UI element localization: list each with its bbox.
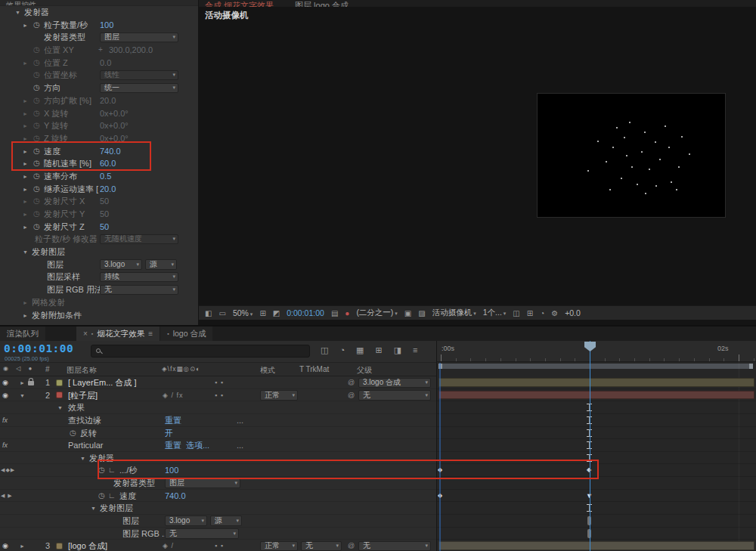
ec-row-emitter-group[interactable]: ▼发射器 (0, 6, 198, 19)
twirl-open-icon[interactable]: ▼ (91, 503, 96, 515)
stopwatch-icon[interactable]: ◷ (33, 107, 40, 120)
ec-row-direction-spread[interactable]: ►◷方向扩散 [%]20.0 (0, 94, 198, 107)
ec-row-velocity-random[interactable]: ►◷随机速率 [%]60.0 (0, 157, 198, 170)
stopwatch-icon[interactable]: ◷ (33, 157, 40, 170)
property-value[interactable]: 60.0 (100, 157, 116, 170)
eye-icon[interactable]: ◉ (2, 540, 8, 551)
property-value[interactable]: 100 (100, 19, 113, 32)
column-mode[interactable]: 模式 (260, 365, 275, 376)
property-value[interactable]: 0x+0.0° (100, 107, 129, 120)
ec-row-position-z[interactable]: ►◷位置 Z0.0 (0, 57, 198, 70)
layer-row-emitter-group[interactable]: ▼发射器 (0, 452, 436, 465)
layer-name[interactable]: [ LayerEm... 合成 ] (68, 376, 136, 388)
pixel-aspect-icon[interactable]: ⊞ (527, 309, 533, 317)
track-row-layer-2[interactable] (437, 389, 756, 402)
timeline-button-icon[interactable]: ◔ (540, 309, 544, 317)
ec-dropdown[interactable]: 统一▾ (100, 83, 178, 94)
twirl-open-icon[interactable]: ▼ (23, 246, 28, 259)
layer-name[interactable]: 图层 RGB ... (122, 528, 169, 540)
layer-name[interactable]: 发射图层 (100, 502, 133, 514)
label-color-chip[interactable] (56, 379, 63, 386)
track-row-emitter-group[interactable] (437, 452, 756, 465)
ec-row-x-rotation[interactable]: ►◷X 旋转0x+0.0° (0, 107, 198, 120)
column-number[interactable]: # (45, 365, 50, 373)
twirl-closed-icon[interactable]: ► (23, 310, 28, 323)
layer-dropdown[interactable]: 无▾ (165, 528, 239, 539)
ec-row-layer-sampling[interactable]: 图层采样持续▾ (0, 271, 198, 283)
track-row-layer-3[interactable] (437, 540, 756, 551)
property-value[interactable]: 0.0 (100, 57, 111, 70)
mini-flowchart-icon[interactable]: ◫ (321, 346, 328, 354)
search-input[interactable] (91, 345, 310, 358)
twirl-open-icon[interactable]: ▼ (80, 453, 85, 465)
blend-mode-select[interactable]: 正常▾ (260, 541, 298, 551)
property-value[interactable]: 0x+0.0° (100, 132, 129, 145)
ec-row-direction[interactable]: ◷方向统一▾ (0, 82, 198, 94)
twirl-closed-icon[interactable]: ► (23, 57, 28, 70)
layer-name[interactable]: 图层 (122, 515, 139, 527)
effect-controls-clipped-tab[interactable]: 效果控件 (0, 0, 198, 6)
layer-name[interactable]: 发射器 (89, 452, 114, 464)
layer-row-layer-1[interactable]: ◉►1[ LayerEm... 合成 ]▪ ▪@3.logo 合成▾ (0, 376, 436, 389)
layer-duration-bar[interactable] (438, 378, 754, 387)
layer-name[interactable]: 效果 (68, 401, 85, 413)
layer-dropdown[interactable]: 源▾ (210, 515, 242, 526)
parent-select[interactable]: 3.logo 合成▾ (358, 378, 431, 388)
panel-menu-icon[interactable]: ≡ (148, 330, 153, 338)
blend-mode-select[interactable]: 正常▾ (260, 390, 298, 401)
region-of-interest-icon[interactable]: ▣ (404, 309, 411, 317)
property-value[interactable]: 20.0 (100, 94, 116, 107)
twirl-open-icon[interactable]: ▼ (20, 390, 25, 402)
column-parent[interactable]: 父级 (357, 365, 372, 376)
column-trkmat[interactable]: T TrkMat (299, 365, 329, 373)
layer-name[interactable]: Particular (68, 439, 103, 451)
twirl-closed-icon[interactable]: ► (23, 108, 28, 121)
property-value[interactable]: 0x+0.0° (100, 119, 129, 132)
layer-row-layer-3[interactable]: ◉►3[logo 合成]◈ /▪ ▪正常▾无▾@无▾ (0, 540, 436, 551)
frame-blend-icon[interactable]: ⊞ (375, 346, 382, 354)
current-time-indicator-line[interactable] (590, 341, 590, 551)
twirl-closed-icon[interactable]: ► (23, 184, 28, 197)
comp-tab[interactable]: 合成 烟花文字效果 (205, 0, 274, 7)
twirl-closed-icon[interactable]: ► (23, 196, 28, 209)
ec-row-position-xy[interactable]: ◷位置 XY+300.0,200.0 (0, 44, 198, 57)
label-color-chip[interactable] (56, 543, 63, 549)
view-select[interactable]: 活动摄像机 ▾ (432, 308, 476, 318)
track-row-effects-group[interactable] (437, 401, 756, 414)
property-value[interactable]: 50 (100, 195, 109, 208)
draft-3d-icon[interactable]: ◔ (339, 346, 345, 354)
track-row-emitter-layer-group[interactable] (437, 502, 756, 515)
ec-row-emission-extras[interactable]: ►发射附加条件 (0, 309, 198, 322)
zoom-level-select[interactable]: 50% ▾ (233, 308, 253, 317)
options-dots[interactable]: ... (237, 439, 243, 451)
motion-blur-icon[interactable]: ◨ (394, 346, 401, 354)
stopwatch-icon[interactable]: ◷ (33, 170, 40, 183)
track-row-find-edges[interactable] (437, 414, 756, 427)
layer-row-emitter-type[interactable]: 发射器类型图层▾ (0, 477, 436, 490)
stopwatch-icon[interactable]: ◷ (33, 145, 40, 158)
switch-boxes[interactable]: ▪ ▪ (215, 540, 224, 551)
stopwatch-icon[interactable]: ◷ (33, 195, 40, 208)
stopwatch-icon[interactable]: ◷ (33, 119, 40, 132)
stopwatch-icon[interactable]: ◷ (33, 208, 40, 221)
ec-dropdown[interactable]: 线性▾ (100, 70, 178, 81)
ec-row-layer-rgb-usage[interactable]: 图层 RGB 用法无▾ (0, 283, 198, 296)
graph-icon[interactable]: ∟ (108, 490, 116, 502)
parent-select[interactable]: 无▾ (358, 541, 431, 551)
layer-switches[interactable]: ◈ / fx (163, 389, 183, 401)
track-row-particular[interactable] (437, 439, 756, 452)
eye-icon[interactable]: ◉ (2, 389, 8, 401)
ec-dropdown[interactable]: 图层▾ (100, 33, 178, 43)
twirl-closed-icon[interactable]: ► (23, 209, 28, 221)
ec-row-grid-emitter[interactable]: ►网格发射 (0, 296, 198, 309)
track-row-velocity[interactable]: ◆▼ (437, 490, 756, 503)
panel-tab-logo 合成[interactable]: ▪logo 合成 (160, 327, 212, 341)
stopwatch-icon[interactable]: ◷ (33, 44, 40, 57)
layer-row-layer-rgb[interactable]: 图层 RGB ...无▾ (0, 528, 436, 540)
time-ruler[interactable]: :00s 02s (437, 341, 756, 362)
layer-name[interactable]: [logo 合成] (68, 540, 107, 551)
ec-dropdown[interactable]: 持续▾ (100, 272, 178, 283)
twirl-open-icon[interactable]: ▼ (57, 402, 63, 414)
layer-name[interactable]: 速度 (119, 490, 136, 502)
layer-name[interactable]: 发射器类型 (113, 477, 155, 489)
